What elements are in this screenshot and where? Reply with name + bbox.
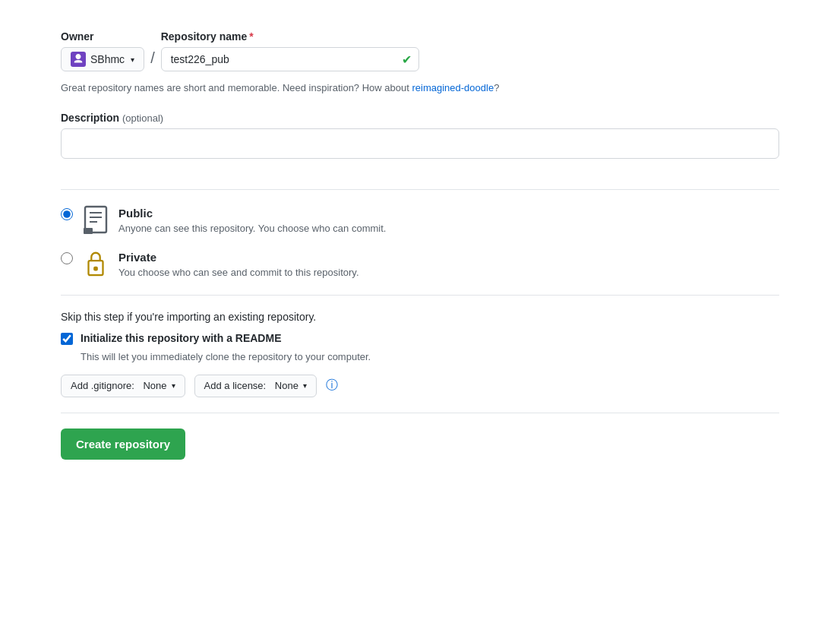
owner-repo-row: Owner SBhmc ▾ / Repository name* ✔ xyxy=(61,30,779,71)
init-hint: Skip this step if you're importing an ex… xyxy=(61,311,779,323)
license-info-icon[interactable]: ⓘ xyxy=(326,378,338,394)
owner-label: Owner xyxy=(61,30,144,43)
owner-avatar xyxy=(71,52,86,67)
repo-name-label: Repository name* xyxy=(161,30,419,43)
gitignore-value: None xyxy=(143,380,166,391)
readme-desc: This will let you immediately clone the … xyxy=(81,351,779,362)
readme-label: Initialize this repository with a README xyxy=(81,332,281,344)
required-star: * xyxy=(249,30,253,43)
slash-divider: / xyxy=(150,46,155,71)
public-repo-icon xyxy=(82,204,109,236)
create-repository-button[interactable]: Create repository xyxy=(61,429,185,460)
svg-rect-4 xyxy=(84,228,93,234)
valid-check-icon: ✔ xyxy=(402,52,412,67)
create-repo-form: Owner SBhmc ▾ / Repository name* ✔ xyxy=(61,30,779,460)
owner-field-group: Owner SBhmc ▾ xyxy=(61,30,144,71)
gitignore-label: Add .gitignore: xyxy=(71,380,134,391)
description-label: Description (optional) xyxy=(61,112,779,124)
public-option: Public Anyone can see this repository. Y… xyxy=(61,205,779,236)
owner-name: SBhmc xyxy=(90,53,125,65)
repo-name-input[interactable] xyxy=(161,47,419,71)
owner-chevron-icon: ▾ xyxy=(131,55,134,64)
license-chevron-icon: ▾ xyxy=(303,381,307,390)
suggestion-link[interactable]: reimagined-doodle xyxy=(412,82,494,93)
license-label: Add a license: xyxy=(204,380,267,391)
owner-select-button[interactable]: SBhmc ▾ xyxy=(61,47,144,71)
readme-checkbox[interactable] xyxy=(61,333,73,345)
private-title: Private xyxy=(118,249,779,265)
public-radio-content: Public Anyone can see this repository. Y… xyxy=(118,205,779,234)
private-radio-content: Private You choose who can see and commi… xyxy=(118,249,779,278)
repo-name-hint: Great repository names are short and mem… xyxy=(61,81,779,96)
private-radio[interactable] xyxy=(61,252,73,264)
repo-name-input-wrapper: ✔ xyxy=(161,47,419,71)
private-option: Private You choose who can see and commi… xyxy=(61,249,779,280)
repo-name-field-group: Repository name* ✔ xyxy=(161,30,419,71)
optional-label: (optional) xyxy=(122,112,163,124)
private-repo-icon xyxy=(82,248,109,280)
divider-3 xyxy=(61,413,779,413)
license-value: None xyxy=(275,380,298,391)
license-dropdown[interactable]: Add a license: None ▾ xyxy=(194,375,317,397)
private-desc: You choose who can see and commit to thi… xyxy=(118,267,779,278)
gitignore-chevron-icon: ▾ xyxy=(172,381,175,390)
divider-2 xyxy=(61,295,779,296)
public-desc: Anyone can see this repository. You choo… xyxy=(118,223,779,234)
gitignore-dropdown[interactable]: Add .gitignore: None ▾ xyxy=(61,375,185,397)
dropdowns-row: Add .gitignore: None ▾ Add a license: No… xyxy=(61,375,779,397)
divider-1 xyxy=(61,189,779,190)
readme-checkbox-row: Initialize this repository with a README xyxy=(61,332,779,345)
description-field: Description (optional) xyxy=(61,112,779,174)
public-title: Public xyxy=(118,205,779,221)
description-input[interactable] xyxy=(61,128,779,159)
public-radio[interactable] xyxy=(61,208,73,220)
